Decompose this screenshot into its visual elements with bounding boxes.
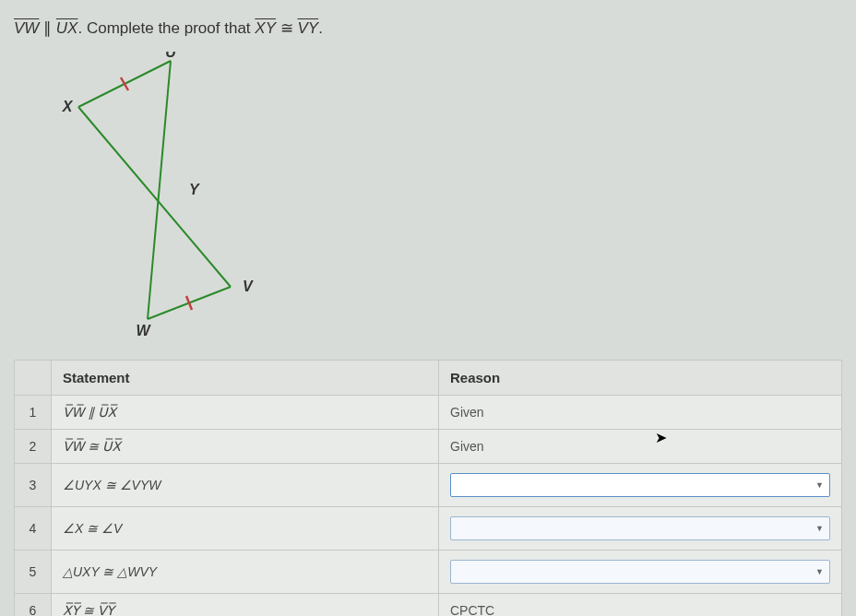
label-u: U: [165, 52, 176, 60]
row-number: 6: [15, 594, 52, 617]
table-header-row: Statement Reason: [15, 361, 842, 396]
reason-dropdown[interactable]: ▼: [450, 516, 830, 540]
problem-statement: VW ∥ UX. Complete the proof that XY ≅ VY…: [14, 18, 842, 38]
table-row: 3 ∠UYX ≅ ∠VYW ▼: [15, 464, 842, 507]
diagram-svg: U X Y V W: [51, 52, 272, 338]
reason-cell: ▼: [439, 464, 842, 507]
table-row: 1 V̅W̅ ∥ U̅X̅ Given: [15, 396, 842, 430]
label-x: X: [62, 99, 74, 114]
statement-cell: ∠UYX ≅ ∠VYW: [52, 464, 439, 507]
statement-cell: V̅W̅ ∥ U̅X̅: [52, 396, 439, 430]
chevron-down-icon: ▼: [815, 480, 824, 490]
reason-dropdown[interactable]: ▼: [450, 560, 830, 584]
row-number: 3: [15, 464, 52, 507]
reason-cell: Given: [439, 430, 842, 464]
header-statement: Statement: [52, 361, 439, 396]
svg-line-1: [148, 61, 171, 319]
label-v: V: [243, 278, 254, 294]
segment-ux: UX: [56, 19, 78, 37]
chevron-down-icon: ▼: [815, 567, 824, 576]
statement-cell: ∠X ≅ ∠V: [52, 507, 439, 551]
table-row: 4 ∠X ≅ ∠V ▼: [15, 507, 842, 551]
row-number: 5: [15, 551, 52, 594]
reason-cell: ▼: [439, 551, 842, 594]
proof-table: Statement Reason 1 V̅W̅ ∥ U̅X̅ Given 2 V…: [14, 360, 842, 616]
header-reason: Reason: [439, 361, 842, 396]
row-number: 2: [15, 430, 52, 464]
svg-line-2: [78, 107, 231, 287]
header-blank: [15, 361, 52, 396]
statement-cell: X̅Y̅ ≅ V̅Y̅: [52, 594, 439, 617]
svg-line-4: [121, 77, 128, 90]
reason-dropdown[interactable]: ▼: [450, 473, 830, 497]
label-y: Y: [189, 182, 200, 197]
reason-cell: ▼: [439, 507, 842, 551]
table-row: 5 △UXY ≅ △WVY ▼: [15, 551, 842, 594]
reason-cell: CPCTC: [439, 594, 842, 617]
segment-vy: VY: [297, 19, 318, 37]
table-row: 6 X̅Y̅ ≅ V̅Y̅ CPCTC: [15, 594, 842, 617]
reason-cell: Given: [439, 396, 842, 430]
segment-xy: XY: [255, 19, 276, 37]
table-row: 2 V̅W̅ ≅ U̅X̅ Given: [15, 430, 842, 464]
geometry-diagram: U X Y V W: [51, 52, 842, 341]
label-w: W: [136, 323, 151, 338]
row-number: 1: [15, 396, 52, 430]
row-number: 4: [15, 507, 52, 551]
segment-vw: VW: [14, 19, 39, 37]
chevron-down-icon: ▼: [815, 524, 824, 533]
statement-cell: △UXY ≅ △WVY: [52, 551, 439, 594]
statement-cell: V̅W̅ ≅ U̅X̅: [52, 430, 439, 464]
